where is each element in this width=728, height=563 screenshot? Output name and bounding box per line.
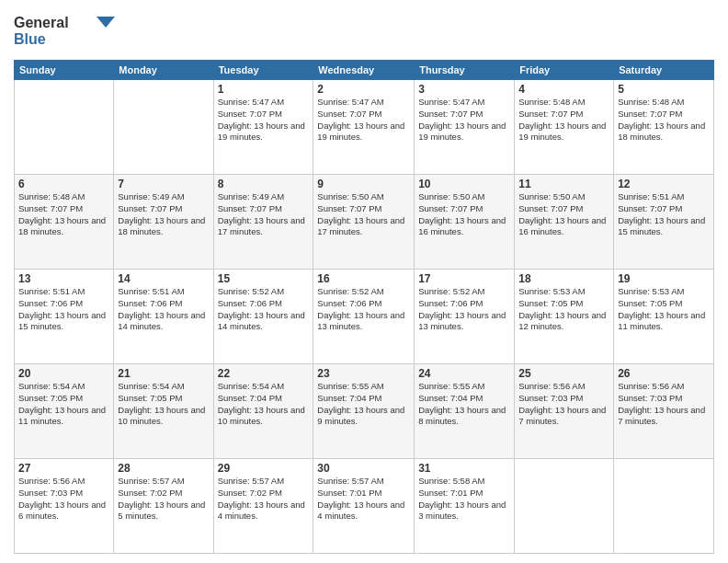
day-info: Sunrise: 5:50 AM Sunset: 7:07 PM Dayligh… (418, 191, 510, 238)
calendar-cell: 22Sunrise: 5:54 AM Sunset: 7:04 PM Dayli… (213, 364, 313, 459)
day-number: 11 (518, 178, 609, 190)
calendar-cell: 5Sunrise: 5:48 AM Sunset: 7:07 PM Daylig… (614, 80, 714, 175)
calendar-cell: 12Sunrise: 5:51 AM Sunset: 7:07 PM Dayli… (614, 175, 714, 270)
day-number: 2 (317, 83, 410, 96)
day-number: 21 (118, 367, 209, 380)
calendar-cell: 27Sunrise: 5:56 AM Sunset: 7:03 PM Dayli… (15, 459, 114, 554)
day-number: 20 (18, 367, 109, 380)
calendar-cell: 13Sunrise: 5:51 AM Sunset: 7:06 PM Dayli… (15, 270, 114, 364)
calendar-cell: 31Sunrise: 5:58 AM Sunset: 7:01 PM Dayli… (415, 459, 515, 554)
calendar-cell: 30Sunrise: 5:57 AM Sunset: 7:01 PM Dayli… (313, 459, 415, 554)
day-info: Sunrise: 5:50 AM Sunset: 7:07 PM Dayligh… (518, 191, 609, 238)
calendar-cell: 20Sunrise: 5:54 AM Sunset: 7:05 PM Dayli… (15, 364, 114, 459)
calendar-cell: 26Sunrise: 5:56 AM Sunset: 7:03 PM Dayli… (614, 364, 714, 459)
day-info: Sunrise: 5:53 AM Sunset: 7:05 PM Dayligh… (618, 286, 710, 333)
day-info: Sunrise: 5:58 AM Sunset: 7:01 PM Dayligh… (418, 476, 510, 523)
calendar-cell: 18Sunrise: 5:53 AM Sunset: 7:05 PM Dayli… (515, 270, 614, 364)
day-info: Sunrise: 5:48 AM Sunset: 7:07 PM Dayligh… (518, 97, 609, 144)
day-number: 18 (518, 272, 609, 285)
day-info: Sunrise: 5:53 AM Sunset: 7:05 PM Dayligh… (518, 286, 609, 333)
day-number: 3 (418, 83, 510, 96)
calendar-cell: 6Sunrise: 5:48 AM Sunset: 7:07 PM Daylig… (15, 175, 114, 270)
logo: General Blue (14, 9, 115, 52)
day-number: 5 (618, 83, 710, 96)
week-row-3: 20Sunrise: 5:54 AM Sunset: 7:05 PM Dayli… (15, 364, 714, 459)
day-number: 1 (218, 83, 310, 96)
day-info: Sunrise: 5:48 AM Sunset: 7:07 PM Dayligh… (618, 97, 710, 144)
calendar-cell (614, 459, 714, 554)
day-number: 15 (218, 272, 310, 285)
calendar-cell (15, 80, 114, 175)
day-info: Sunrise: 5:49 AM Sunset: 7:07 PM Dayligh… (218, 191, 310, 238)
day-info: Sunrise: 5:52 AM Sunset: 7:06 PM Dayligh… (218, 286, 310, 333)
calendar-cell: 7Sunrise: 5:49 AM Sunset: 7:07 PM Daylig… (114, 175, 213, 270)
day-info: Sunrise: 5:56 AM Sunset: 7:03 PM Dayligh… (18, 476, 109, 523)
logo-svg: General Blue (14, 9, 115, 51)
page: General Blue Sunday Monday Tuesday Wedne… (0, 0, 728, 563)
calendar-cell: 19Sunrise: 5:53 AM Sunset: 7:05 PM Dayli… (614, 270, 714, 364)
calendar-cell: 17Sunrise: 5:52 AM Sunset: 7:06 PM Dayli… (415, 270, 515, 364)
day-number: 31 (418, 462, 510, 475)
svg-marker-1 (97, 17, 115, 28)
calendar-cell: 25Sunrise: 5:56 AM Sunset: 7:03 PM Dayli… (515, 364, 614, 459)
weekday-header-row: Sunday Monday Tuesday Wednesday Thursday… (15, 61, 714, 80)
calendar-cell: 23Sunrise: 5:55 AM Sunset: 7:04 PM Dayli… (313, 364, 415, 459)
week-row-4: 27Sunrise: 5:56 AM Sunset: 7:03 PM Dayli… (15, 459, 714, 554)
day-number: 26 (618, 367, 710, 380)
day-info: Sunrise: 5:48 AM Sunset: 7:07 PM Dayligh… (18, 191, 109, 238)
day-number: 4 (518, 83, 609, 96)
day-number: 10 (418, 178, 510, 190)
day-number: 19 (618, 272, 710, 285)
header: General Blue (14, 9, 714, 52)
day-number: 29 (218, 462, 310, 475)
week-row-1: 6Sunrise: 5:48 AM Sunset: 7:07 PM Daylig… (15, 175, 714, 270)
day-info: Sunrise: 5:52 AM Sunset: 7:06 PM Dayligh… (418, 286, 510, 333)
svg-text:General: General (14, 15, 69, 30)
day-number: 12 (618, 178, 710, 190)
day-info: Sunrise: 5:51 AM Sunset: 7:07 PM Dayligh… (618, 191, 710, 238)
header-tuesday: Tuesday (213, 61, 313, 80)
day-number: 30 (317, 462, 410, 475)
calendar-cell: 15Sunrise: 5:52 AM Sunset: 7:06 PM Dayli… (213, 270, 313, 364)
calendar-cell: 11Sunrise: 5:50 AM Sunset: 7:07 PM Dayli… (515, 175, 614, 270)
day-info: Sunrise: 5:47 AM Sunset: 7:07 PM Dayligh… (317, 97, 410, 144)
calendar-cell: 28Sunrise: 5:57 AM Sunset: 7:02 PM Dayli… (114, 459, 213, 554)
day-info: Sunrise: 5:56 AM Sunset: 7:03 PM Dayligh… (618, 381, 710, 428)
svg-text:Blue: Blue (14, 31, 46, 47)
day-info: Sunrise: 5:49 AM Sunset: 7:07 PM Dayligh… (118, 191, 209, 238)
calendar-cell (515, 459, 614, 554)
day-info: Sunrise: 5:52 AM Sunset: 7:06 PM Dayligh… (317, 286, 410, 333)
day-number: 9 (317, 178, 410, 190)
day-info: Sunrise: 5:54 AM Sunset: 7:05 PM Dayligh… (18, 381, 109, 428)
week-row-0: 1Sunrise: 5:47 AM Sunset: 7:07 PM Daylig… (15, 80, 714, 175)
calendar-table: Sunday Monday Tuesday Wednesday Thursday… (14, 60, 714, 554)
day-number: 6 (18, 178, 109, 190)
header-sunday: Sunday (15, 61, 114, 80)
calendar-cell: 2Sunrise: 5:47 AM Sunset: 7:07 PM Daylig… (313, 80, 415, 175)
day-number: 16 (317, 272, 410, 285)
calendar-cell: 9Sunrise: 5:50 AM Sunset: 7:07 PM Daylig… (313, 175, 415, 270)
day-info: Sunrise: 5:50 AM Sunset: 7:07 PM Dayligh… (317, 191, 410, 238)
day-info: Sunrise: 5:57 AM Sunset: 7:01 PM Dayligh… (317, 476, 410, 523)
header-thursday: Thursday (415, 61, 515, 80)
calendar-cell: 14Sunrise: 5:51 AM Sunset: 7:06 PM Dayli… (114, 270, 213, 364)
day-info: Sunrise: 5:56 AM Sunset: 7:03 PM Dayligh… (518, 381, 609, 428)
day-info: Sunrise: 5:51 AM Sunset: 7:06 PM Dayligh… (18, 286, 109, 333)
day-info: Sunrise: 5:55 AM Sunset: 7:04 PM Dayligh… (418, 381, 510, 428)
header-friday: Friday (515, 61, 614, 80)
day-number: 25 (518, 367, 609, 380)
day-info: Sunrise: 5:57 AM Sunset: 7:02 PM Dayligh… (218, 476, 310, 523)
calendar-cell: 29Sunrise: 5:57 AM Sunset: 7:02 PM Dayli… (213, 459, 313, 554)
calendar-cell: 10Sunrise: 5:50 AM Sunset: 7:07 PM Dayli… (415, 175, 515, 270)
calendar-cell: 24Sunrise: 5:55 AM Sunset: 7:04 PM Dayli… (415, 364, 515, 459)
day-info: Sunrise: 5:54 AM Sunset: 7:04 PM Dayligh… (218, 381, 310, 428)
day-info: Sunrise: 5:51 AM Sunset: 7:06 PM Dayligh… (118, 286, 209, 333)
calendar-cell: 1Sunrise: 5:47 AM Sunset: 7:07 PM Daylig… (213, 80, 313, 175)
day-number: 14 (118, 272, 209, 285)
day-number: 13 (18, 272, 109, 285)
day-info: Sunrise: 5:55 AM Sunset: 7:04 PM Dayligh… (317, 381, 410, 428)
calendar-cell: 8Sunrise: 5:49 AM Sunset: 7:07 PM Daylig… (213, 175, 313, 270)
day-number: 17 (418, 272, 510, 285)
day-info: Sunrise: 5:47 AM Sunset: 7:07 PM Dayligh… (218, 97, 310, 144)
day-number: 7 (118, 178, 209, 190)
